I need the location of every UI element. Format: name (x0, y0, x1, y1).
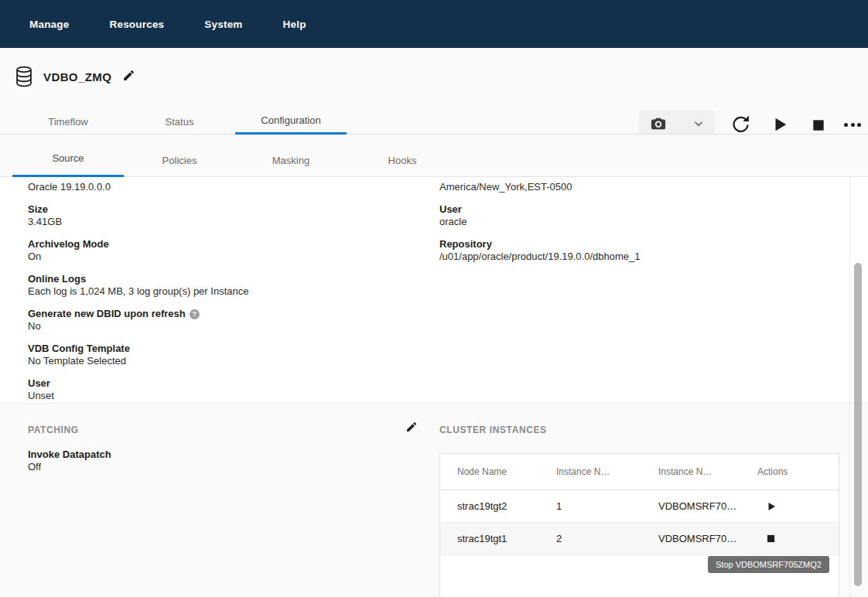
edit-patching-icon[interactable] (405, 421, 418, 436)
title-bar: VDBO_ZMQ (0, 48, 868, 108)
cell-instance-number: 1 (556, 500, 658, 512)
cell-node-name: strac19tgt2 (457, 500, 556, 512)
cell-instance-number: 2 (556, 533, 658, 544)
column-header-actions: Actions (757, 466, 839, 477)
main-tabs: Timeflow Status Configuration (0, 108, 868, 135)
page-title: VDBO_ZMQ (43, 70, 111, 84)
column-header-instance-name: Instance N… (658, 466, 757, 477)
subtab-policies[interactable]: Policies (124, 135, 235, 177)
stop-instance-button[interactable] (767, 534, 839, 543)
subtab-source[interactable]: Source (12, 135, 124, 177)
cell-instance-name: VDBOMSRF70… (658, 500, 757, 512)
tab-timeflow[interactable]: Timeflow (12, 108, 124, 135)
configuration-subtabs: Source Policies Masking Hooks (0, 135, 868, 177)
column-header-instance-number: Instance N… (556, 466, 658, 477)
database-icon (14, 65, 34, 88)
subtab-hooks[interactable]: Hooks (347, 135, 458, 177)
detail-generate-dbid: Generate new DBID upon refresh? No (28, 308, 415, 333)
detail-user-oracle: User oracle (439, 203, 842, 228)
source-details-panel: Oracle 19.19.0.0.0 Size 3.41GB Archivelo… (0, 177, 868, 597)
nav-item-help[interactable]: Help (283, 19, 306, 30)
nav-item-system[interactable]: System (204, 19, 242, 30)
cell-node-name: strac19tgt1 (457, 533, 556, 544)
detail-online-logs: Online Logs Each log is 1,024 MB, 3 log … (28, 273, 415, 298)
vertical-scrollbar-thumb[interactable] (854, 263, 862, 586)
detail-version: Oracle 19.19.0.0.0 (28, 181, 415, 193)
patching-fields: Invoke Datapatch Off (28, 449, 111, 483)
details-column-left: Oracle 19.19.0.0.0 Size 3.41GB Archivelo… (28, 181, 415, 412)
tab-status[interactable]: Status (124, 108, 235, 135)
cluster-instances-section-title: CLUSTER INSTANCES (439, 425, 547, 435)
table-row[interactable]: strac19tgt1 2 VDBOMSRF70… (440, 523, 839, 555)
table-row[interactable]: strac19tgt2 1 VDBOMSRF70… (440, 490, 839, 523)
start-instance-button[interactable] (767, 502, 839, 511)
column-header-node-name: Node Name (457, 466, 556, 477)
nav-item-resources[interactable]: Resources (109, 19, 164, 30)
cell-instance-name: VDBOMSRF70… (658, 533, 757, 544)
detail-vdb-config-template: VDB Config Template No Template Selected (28, 343, 415, 367)
cluster-instances-table: Node Name Instance N… Instance N… Action… (439, 453, 839, 597)
tab-configuration[interactable]: Configuration (235, 108, 347, 135)
detail-repository: Repository /u01/app/oracle/product/19.19… (439, 238, 842, 263)
subtab-masking[interactable]: Masking (235, 135, 347, 177)
patching-section-title: PATCHING (28, 425, 79, 435)
stop-instance-tooltip: Stop VDBOMSRF705ZMQ2 (708, 556, 829, 573)
details-column-right: America/New_York,EST-0500 User oracle Re… (439, 181, 842, 273)
detail-invoke-datapatch: Invoke Datapatch Off (28, 449, 111, 473)
help-icon[interactable]: ? (190, 309, 200, 319)
content-pane-border (849, 177, 850, 597)
table-header-row: Node Name Instance N… Instance N… Action… (440, 454, 839, 490)
nav-item-manage[interactable]: Manage (29, 19, 69, 30)
detail-timezone: America/New_York,EST-0500 (439, 181, 842, 193)
detail-size: Size 3.41GB (28, 203, 415, 228)
top-navigation-bar: Manage Resources System Help (0, 0, 868, 48)
edit-title-icon[interactable] (122, 69, 135, 85)
detail-archivelog-mode: Archivelog Mode On (28, 238, 415, 263)
detail-user-unset: User Unset (28, 377, 415, 402)
